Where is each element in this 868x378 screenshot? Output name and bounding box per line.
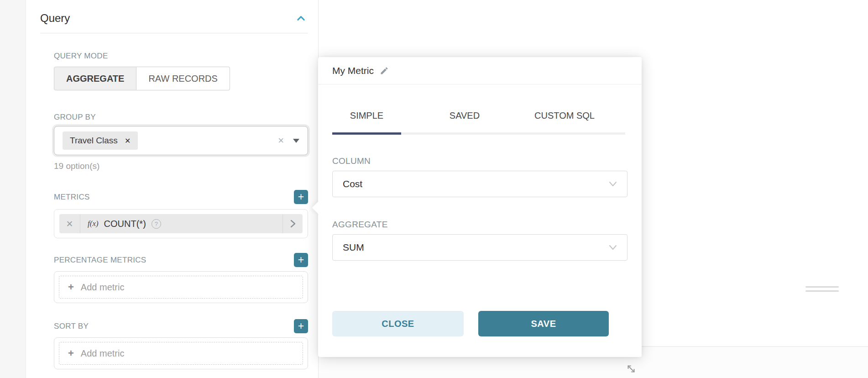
- remove-metric-icon[interactable]: ✕: [59, 214, 80, 233]
- percentage-metrics-section: PERCENTAGE METRICS + + Add metric: [54, 253, 308, 303]
- add-metric-placeholder: Add metric: [81, 348, 125, 359]
- add-percentage-metric-button[interactable]: +: [294, 253, 308, 267]
- query-controls-panel: Query QUERY MODE AGGREGATE RAW RECORDS G…: [26, 0, 319, 378]
- metric-name: COUNT(*): [104, 219, 146, 229]
- percentage-metrics-label: PERCENTAGE METRICS: [54, 256, 146, 265]
- close-button[interactable]: CLOSE: [332, 311, 464, 336]
- query-mode-toggle: AGGREGATE RAW RECORDS: [54, 67, 308, 90]
- caret-down-icon[interactable]: [293, 139, 299, 143]
- metrics-label: METRICS: [54, 193, 90, 202]
- group-by-label: GROUP BY: [54, 113, 308, 122]
- add-sort-by-button[interactable]: +: [294, 319, 308, 333]
- sort-by-header: SORT BY +: [54, 319, 308, 333]
- pencil-icon[interactable]: [380, 66, 389, 75]
- group-by-select[interactable]: Travel Class ✕ ×: [54, 126, 308, 155]
- sort-by-label: SORT BY: [54, 322, 89, 331]
- clear-icon[interactable]: ×: [278, 136, 284, 146]
- percentage-metrics-container: + Add metric: [54, 271, 308, 303]
- sort-by-section: SORT BY + + Add metric: [54, 319, 308, 369]
- plus-icon: +: [68, 347, 74, 359]
- select-controls: ×: [278, 136, 299, 146]
- aggregate-button[interactable]: AGGREGATE: [54, 67, 136, 90]
- options-count: 19 option(s): [54, 161, 308, 171]
- diagonal-resize-icon[interactable]: [625, 363, 637, 375]
- metric-chip[interactable]: ✕ f(x) COUNT(*) ?: [59, 214, 303, 233]
- metrics-section: METRICS + ✕ f(x) COUNT(*) ?: [54, 190, 308, 238]
- group-by-section: GROUP BY Travel Class ✕ × 19 option(s): [54, 113, 308, 171]
- metric-popover: My Metric SIMPLE SAVED CUSTOM SQL COLUMN…: [318, 57, 642, 357]
- column-label: COLUMN: [332, 156, 627, 166]
- section-divider: [40, 33, 308, 33]
- chevron-down-icon: [609, 245, 617, 250]
- chevron-up-icon[interactable]: [296, 13, 306, 24]
- tab-simple[interactable]: SIMPLE: [332, 110, 401, 135]
- drag-handle-icon[interactable]: [805, 286, 839, 294]
- add-percentage-metric-dropzone[interactable]: + Add metric: [59, 276, 303, 299]
- add-sort-by-dropzone[interactable]: + Add metric: [59, 342, 303, 365]
- selected-tag[interactable]: Travel Class ✕: [63, 131, 138, 150]
- popover-header: My Metric: [318, 57, 642, 84]
- panel-title: Query: [40, 12, 70, 25]
- metric-chip-body[interactable]: f(x) COUNT(*) ?: [80, 214, 282, 233]
- sort-by-container: + Add metric: [54, 337, 308, 369]
- metrics-header: METRICS +: [54, 190, 308, 204]
- add-metric-placeholder: Add metric: [81, 282, 125, 293]
- popover-body: SIMPLE SAVED CUSTOM SQL COLUMN Cost AGGR…: [318, 110, 642, 378]
- chevron-down-icon: [609, 181, 617, 187]
- selected-tag-label: Travel Class: [70, 136, 118, 146]
- query-mode-section: QUERY MODE AGGREGATE RAW RECORDS: [54, 52, 308, 90]
- panel-title-row: Query: [40, 12, 308, 25]
- aggregate-value: SUM: [343, 242, 364, 253]
- add-metric-button[interactable]: +: [294, 190, 308, 204]
- remove-tag-icon[interactable]: ✕: [125, 136, 131, 145]
- aggregate-select[interactable]: SUM: [332, 234, 627, 261]
- popover-title: My Metric: [332, 65, 374, 76]
- raw-records-button[interactable]: RAW RECORDS: [136, 67, 230, 90]
- tab-custom-sql[interactable]: CUSTOM SQL: [528, 110, 601, 135]
- metric-tabs: SIMPLE SAVED CUSTOM SQL: [332, 110, 627, 135]
- plus-icon: +: [68, 281, 74, 293]
- column-value: Cost: [343, 178, 362, 189]
- save-button[interactable]: SAVE: [478, 311, 609, 336]
- function-icon: f(x): [88, 219, 99, 228]
- chevron-right-icon[interactable]: [282, 214, 303, 233]
- question-circle-icon[interactable]: ?: [152, 219, 161, 229]
- percentage-metrics-header: PERCENTAGE METRICS +: [54, 253, 308, 267]
- aggregate-label: AGGREGATE: [332, 220, 627, 230]
- query-mode-label: QUERY MODE: [54, 52, 308, 61]
- tab-saved[interactable]: SAVED: [429, 110, 500, 135]
- metrics-container: ✕ f(x) COUNT(*) ?: [54, 209, 308, 238]
- left-rail: [0, 0, 26, 378]
- column-select[interactable]: Cost: [332, 171, 627, 197]
- popover-footer: CLOSE SAVE: [332, 311, 627, 336]
